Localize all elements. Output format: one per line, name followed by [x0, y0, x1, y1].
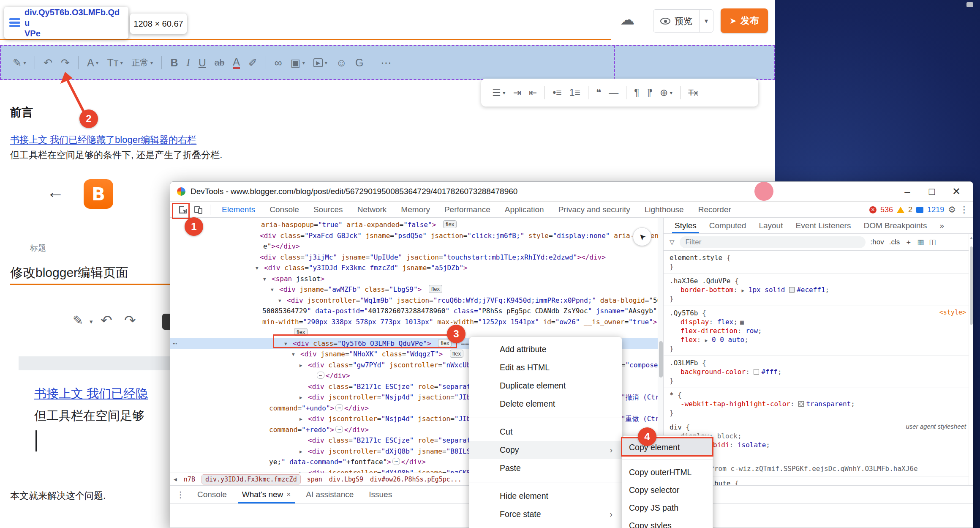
italic-icon[interactable]: I [186, 57, 190, 68]
bullet-list-icon[interactable]: •≡ [553, 87, 561, 98]
elements-tree-node[interactable]: <div class="PxaFcd GBJck" jsname="psdQ5e… [170, 230, 658, 241]
tab-application[interactable]: Application [498, 202, 551, 217]
context-menu-item-paste[interactable]: Paste [469, 459, 622, 477]
rule-source[interactable]: <style> [939, 309, 966, 316]
context-menu-item-break-on[interactable]: Break on› [469, 523, 622, 528]
floating-pink-button[interactable] [754, 182, 773, 201]
elements-tree-node[interactable]: ▼<div jscontroller="Wq1m9b" jsaction="rc… [170, 295, 658, 306]
submenu-item-copy-selector[interactable]: Copy selector [622, 481, 713, 499]
context-menu-item-hide-element[interactable]: Hide element [469, 487, 622, 505]
tab-recorder[interactable]: Recorder [691, 202, 738, 217]
inline-expand-button[interactable]: ⋯ [335, 404, 343, 411]
clear-format-icon[interactable]: Tx [688, 88, 698, 98]
flex-editor-icon[interactable]: ▦ [740, 318, 744, 326]
publish-button[interactable]: ➤ 发布 [721, 8, 768, 33]
drawer-tab-ai-assistance[interactable]: AI assistance [299, 486, 360, 503]
bold-icon[interactable]: B [170, 57, 178, 69]
elements-tree-node[interactable]: e"></div> [170, 241, 658, 252]
minimize-button[interactable]: – [898, 186, 917, 197]
elements-tree-node[interactable]: ▼<span jsslot> [170, 274, 658, 285]
strikethrough-icon[interactable]: ab [215, 57, 224, 68]
style-property[interactable]: background-color: #fff; [670, 367, 968, 376]
preview-dropdown[interactable]: ▾ [699, 10, 713, 32]
submenu-item-copy-styles[interactable]: Copy styles [622, 517, 713, 528]
elements-tree-node[interactable]: aria-haspopup="true" aria-expanded="fals… [170, 219, 658, 230]
close-tab-icon[interactable]: × [286, 490, 291, 499]
styles-tab-computed[interactable]: Computed [703, 218, 752, 233]
new-rule-button[interactable]: ＋ [905, 237, 912, 247]
font-icon[interactable]: A▾ [87, 57, 99, 69]
image-icon[interactable]: ▣▾ [291, 57, 305, 69]
context-menu-item-duplicate-element[interactable]: Duplicate element [469, 377, 622, 395]
post-link[interactable]: 书接上文 我们已经隐藏了bloger编辑器的右栏 [10, 134, 196, 146]
elements-tree-node[interactable]: ▼<div jsname="awMZFb" class="LbgS9"> fle… [170, 284, 658, 295]
hover-state-button[interactable]: :hov [871, 238, 884, 246]
color-swatch[interactable] [789, 287, 795, 293]
chevron-down-icon[interactable]: ▾ [90, 318, 93, 326]
breadcrumb-item[interactable]: div#ow26.P8hSs.pEg5pc... [370, 476, 462, 483]
flex-badge[interactable]: flex [450, 350, 463, 358]
elements-tree-node[interactable]: ▼<div class="y3IDJd Fx3kmc fmzcZd" jsnam… [170, 263, 658, 274]
inline-expand-button[interactable]: ⋯ [392, 458, 400, 465]
style-property[interactable]: flex-direction: row; [670, 326, 968, 335]
post-title-input[interactable]: 修改blogger编辑页面 [10, 264, 128, 282]
tab-network[interactable]: Network [350, 202, 394, 217]
context-menu-item-cut[interactable]: Cut [469, 423, 622, 441]
pencil-icon[interactable]: ✎▾ [13, 57, 26, 69]
tab-lighthouse[interactable]: Lighthouse [637, 202, 691, 217]
rule-source[interactable]: user agent stylesheet [906, 423, 966, 430]
kebab-menu-icon[interactable]: ⋮ [960, 205, 969, 215]
text-color-icon[interactable]: A [233, 57, 240, 69]
breadcrumb-item[interactable]: div.y3IDJd.Fx3kmc.fmzcZd [202, 475, 300, 484]
styles-filter-input[interactable]: Filter [680, 236, 866, 248]
numbered-list-icon[interactable]: 1≡ [569, 87, 580, 98]
context-menu-item-force-state[interactable]: Force state› [469, 505, 622, 523]
post-link-zoomed[interactable]: 书接上文 我们已经隐 [34, 386, 148, 402]
pilcrow-ltr-icon[interactable]: ¶ [634, 87, 639, 98]
undo-icon[interactable]: ↶ [44, 57, 52, 69]
video-icon[interactable]: ▶▾ [313, 58, 327, 67]
inline-expand-button[interactable]: ⋯ [335, 426, 343, 433]
messages-count[interactable]: 1219 [927, 205, 944, 214]
drawer-tab-issues[interactable]: Issues [362, 486, 399, 503]
elements-scrollbar[interactable] [658, 218, 663, 473]
warning-count[interactable]: 2 [908, 205, 912, 214]
pencil-icon[interactable]: ✎ [73, 313, 83, 328]
class-toggle-button[interactable]: .cls [889, 238, 900, 246]
more-icon[interactable]: ⋯ [381, 57, 391, 69]
emoji-icon[interactable]: ☺ [336, 57, 347, 69]
styles-tab-event-listeners[interactable]: Event Listeners [789, 218, 857, 233]
tab-privacy-and-security[interactable]: Privacy and security [551, 202, 637, 217]
redo-icon[interactable]: ↷ [61, 57, 70, 69]
grid-overlay-icon[interactable]: ▦ [917, 238, 924, 246]
drawer-tab-console[interactable]: Console [191, 486, 234, 503]
drawer-tab-what-s-new[interactable]: What's new× [235, 486, 298, 503]
submenu-item-copy-outerhtml[interactable]: Copy outerHTML [622, 463, 713, 481]
globe-icon[interactable]: ⊕▾ [660, 87, 672, 98]
style-property[interactable]: border-bottom: ▶ 1px solid #eceff1; [670, 285, 968, 294]
style-property[interactable]: display: flex;▦ [670, 317, 968, 326]
breadcrumb-item[interactable]: span [307, 476, 322, 483]
styles-tab-[interactable]: » [934, 218, 950, 233]
breadcrumb-item[interactable]: div.LbgS9 [329, 476, 363, 483]
styles-tab-layout[interactable]: Layout [753, 218, 789, 233]
inline-expand-button[interactable]: ⋯ [317, 372, 324, 379]
outdent-icon[interactable]: ⇤ [529, 87, 537, 98]
align-icon[interactable]: ☰▾ [492, 87, 506, 98]
undo-icon[interactable]: ↶ [101, 312, 112, 328]
tab-memory[interactable]: Memory [394, 202, 437, 217]
style-property[interactable]: unicode-bidi: isolate; [670, 440, 968, 449]
gear-icon[interactable]: ⚙ [948, 205, 956, 215]
style-property[interactable]: display: block; [670, 432, 968, 440]
error-count[interactable]: 536 [880, 205, 893, 214]
close-button[interactable]: ✕ [947, 186, 966, 197]
font-size-icon[interactable]: Tт▾ [107, 57, 123, 69]
quote-icon[interactable]: ❝ [596, 87, 601, 98]
context-menu-item-delete-element[interactable]: Delete element [469, 395, 622, 413]
link-icon[interactable]: ∞ [275, 57, 282, 69]
flex-badge[interactable]: flex [429, 285, 442, 293]
context-menu-item-copy[interactable]: Copy› [469, 441, 622, 459]
elements-tree-node[interactable]: 50085364729" data-postid="40178260732884… [170, 306, 658, 317]
horizontal-rule-icon[interactable]: — [609, 87, 618, 98]
tab-sources[interactable]: Sources [306, 202, 350, 217]
